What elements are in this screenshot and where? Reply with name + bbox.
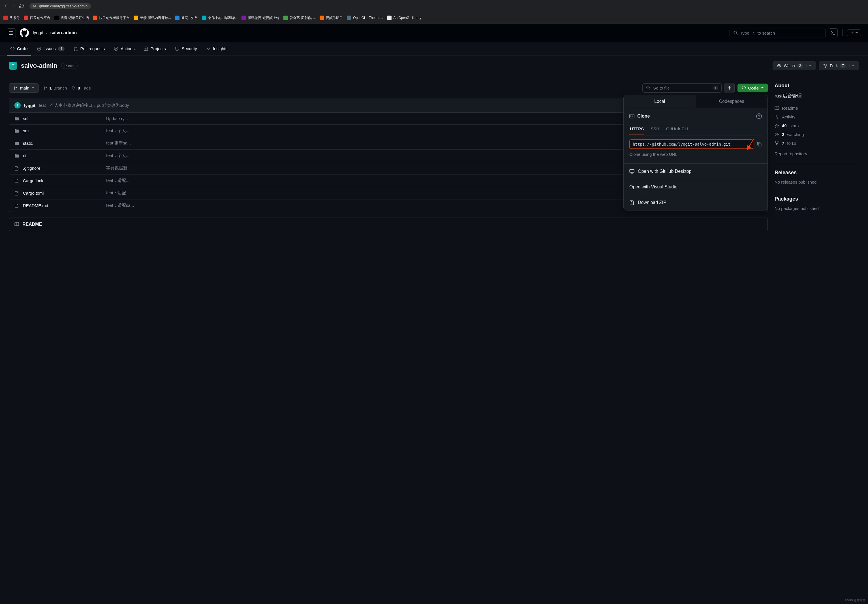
bookmark-favicon <box>319 16 324 20</box>
file-commit-msg[interactable]: feat：个人... <box>106 153 130 158</box>
bookmark-item[interactable]: An OpenGL library <box>387 16 421 20</box>
fork-button[interactable]: Fork 7 <box>819 62 859 70</box>
eye-icon <box>775 132 779 137</box>
activity-icon <box>775 115 779 119</box>
bookmark-item[interactable]: 登录-腾讯内容开放... <box>133 16 171 20</box>
nav-issues[interactable]: Issues4 <box>33 42 68 56</box>
file-commit-msg[interactable]: 字典数据新... <box>106 165 131 171</box>
bookmark-item[interactable]: 爱奇艺-爱创作, ... <box>284 16 316 20</box>
download-zip[interactable]: Download ZIP <box>624 195 767 210</box>
watching-link[interactable]: 2 watching <box>775 130 859 139</box>
code-button[interactable]: Code <box>738 84 768 92</box>
file-name[interactable]: Cargo.toml <box>23 191 102 196</box>
folder-icon <box>14 154 19 158</box>
bookmark-item[interactable]: 创作中心 - 哔哩哔... <box>202 16 238 20</box>
file-name[interactable]: static <box>23 141 102 146</box>
nav-insights[interactable]: Insights <box>203 42 231 56</box>
caret-down-icon <box>855 31 858 34</box>
command-palette-button[interactable] <box>829 28 838 37</box>
clone-description: Clone using the web URL. <box>629 152 762 158</box>
bookmark-item[interactable]: 视频号助手 <box>319 16 343 20</box>
stars-link[interactable]: 49 stars <box>775 121 859 130</box>
file-commit-msg[interactable]: feat：适配... <box>106 190 130 196</box>
site-info-icon[interactable] <box>33 4 37 8</box>
clone-tab-local[interactable]: Local <box>624 95 696 108</box>
nav-security[interactable]: Security <box>172 42 200 56</box>
bookmark-favicon <box>3 16 8 20</box>
clone-subtabs: HTTPS SSH GitHub CLI <box>629 124 762 135</box>
breadcrumb-repo[interactable]: salvo-admin <box>50 30 77 36</box>
file-name[interactable]: ui <box>23 153 102 158</box>
open-github-desktop[interactable]: Open with GitHub Desktop <box>624 163 767 179</box>
goto-file-input[interactable]: Go to file t <box>642 83 722 93</box>
bookmarks-bar: 头条号西瓜创作平台抖音-记录美好生活快手创作者服务平台登录-腾讯内容开放...首… <box>0 12 868 24</box>
bookmark-favicon <box>54 16 59 20</box>
help-icon[interactable]: ? <box>756 113 762 119</box>
readme-link[interactable]: Readme <box>775 104 859 112</box>
terminal-icon <box>629 113 634 119</box>
breadcrumb-owner[interactable]: lyqgit <box>33 30 43 36</box>
bookmark-item[interactable]: OpenGL - The Ind... <box>347 16 383 20</box>
file-commit-msg[interactable]: feat：个人... <box>106 128 130 134</box>
bookmark-item[interactable]: 抖音-记录美好生活 <box>54 16 89 20</box>
url-bar[interactable]: github.com/lyqgit/salvo-admin <box>29 3 91 9</box>
clone-subtab-ssh[interactable]: SSH <box>650 124 660 135</box>
report-link[interactable]: Report repository <box>775 149 859 158</box>
bookmark-favicon <box>24 16 28 20</box>
bookmark-item[interactable]: 首页 - 知乎 <box>175 16 198 20</box>
file-name[interactable]: Cargo.lock <box>23 178 102 183</box>
forward-icon[interactable] <box>11 3 16 8</box>
file-name[interactable]: sql <box>23 116 102 121</box>
bookmark-item[interactable]: 快手创作者服务平台 <box>93 16 130 20</box>
reload-icon[interactable] <box>19 3 24 8</box>
bookmark-item[interactable]: 西瓜创作平台 <box>24 16 50 20</box>
search-kbd: / <box>752 31 755 35</box>
url-text: github.com/lyqgit/salvo-admin <box>39 4 87 8</box>
github-logo-icon[interactable] <box>20 28 29 37</box>
projects-icon <box>144 47 148 51</box>
clone-url-input[interactable] <box>629 140 753 149</box>
clone-subtab-https[interactable]: HTTPS <box>629 124 644 135</box>
add-file-button[interactable] <box>724 83 735 93</box>
file-commit-msg[interactable]: feat:更新sa... <box>106 141 131 146</box>
branch-selector[interactable]: main <box>9 83 39 93</box>
create-new-button[interactable] <box>847 30 861 36</box>
clone-tabs: Local Codespaces <box>624 95 767 108</box>
forks-link[interactable]: 7 forks <box>775 139 859 148</box>
nav-code[interactable]: Code <box>7 42 31 56</box>
branches-link[interactable]: 1 Branch <box>43 85 67 90</box>
nav-projects[interactable]: Projects <box>140 42 169 56</box>
file-name[interactable]: .gitignore <box>23 166 102 171</box>
branch-icon <box>13 85 18 90</box>
file-commit-msg[interactable]: feat：适配... <box>106 178 130 183</box>
svg-point-19 <box>44 86 45 87</box>
file-commit-msg[interactable]: Update ry_... <box>106 116 130 121</box>
tags-link[interactable]: 0 Tags <box>71 85 91 90</box>
nav-actions[interactable]: Actions <box>110 42 138 56</box>
book-icon <box>775 106 779 110</box>
repo-title: salvo-admin <box>21 62 57 70</box>
commit-avatar: T <box>14 102 21 109</box>
file-name[interactable]: README.md <box>23 203 102 208</box>
svg-point-28 <box>775 141 776 142</box>
caret-down-icon <box>761 86 764 89</box>
file-name[interactable]: src <box>23 128 102 133</box>
bookmark-item[interactable]: 头条号 <box>3 16 20 20</box>
search-input[interactable]: Type / to search <box>730 29 826 37</box>
caret-down-icon <box>32 86 34 89</box>
activity-link[interactable]: Activity <box>775 112 859 121</box>
open-visual-studio[interactable]: Open with Visual Studio <box>624 179 767 195</box>
commit-message[interactable]: feat：个人中心修改密码接口，put传参改为body <box>39 103 129 108</box>
nav-pull-requests[interactable]: Pull requests <box>70 42 108 56</box>
readme-tab[interactable]: README <box>9 217 768 231</box>
back-icon[interactable] <box>3 3 8 8</box>
hamburger-button[interactable] <box>7 28 16 37</box>
clone-tab-codespaces[interactable]: Codespaces <box>696 95 767 108</box>
clone-subtab-cli[interactable]: GitHub CLI <box>666 124 689 135</box>
file-commit-msg[interactable]: feat：适配sa... <box>106 203 134 208</box>
watch-button[interactable]: Watch 2 <box>773 62 816 70</box>
commit-author[interactable]: lyqgit <box>24 103 36 108</box>
svg-rect-25 <box>758 143 761 146</box>
bookmark-item[interactable]: 腾讯微视·短视频上传 <box>242 16 279 20</box>
copy-icon[interactable] <box>757 142 762 147</box>
